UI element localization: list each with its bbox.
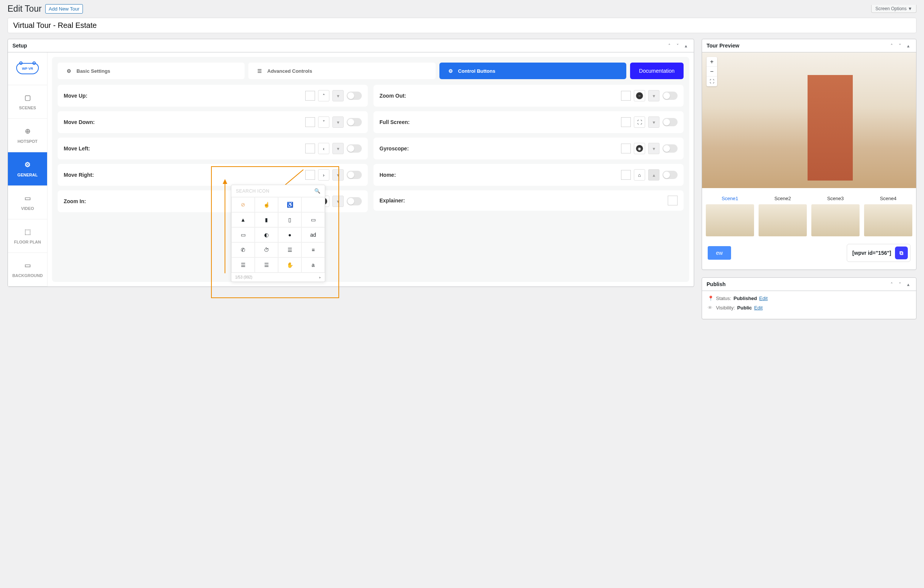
sidebar-tab-scenes[interactable]: ▢ SCENES [8, 85, 47, 119]
icon-option-align-left[interactable]: ☰ [231, 258, 255, 273]
settings-icon: ⚙ [65, 67, 73, 74]
color-picker-explainer[interactable] [668, 196, 678, 205]
list-icon: ☰ [256, 67, 263, 74]
panel-up-icon[interactable]: ˄ [888, 42, 895, 49]
icon-option-align-justify[interactable]: ≡ [302, 242, 325, 258]
toggle-move-up[interactable] [346, 92, 362, 100]
icon-option-accessible[interactable]: ♿ [278, 197, 302, 212]
icon-option-address-book[interactable]: ▮ [255, 212, 278, 227]
icon-option-fingerprint[interactable]: ☝ [255, 197, 278, 212]
panel-down-icon[interactable]: ˅ [896, 281, 903, 287]
fullscreen-icon[interactable]: ⛶ [634, 116, 645, 128]
dropdown-zoom-out[interactable]: ▾ [648, 90, 660, 101]
publish-panel: Publish ˄ ˅ ▴ 📍 Status: Published Edit 👁… [702, 277, 916, 319]
panel-up-icon[interactable]: ˄ [666, 42, 673, 49]
up-arrow-icon[interactable]: ˄ [318, 90, 329, 101]
dropdown-move-up[interactable]: ▾ [332, 90, 344, 101]
sidebar-tab-floorplan[interactable]: ⬚ FLOOR PLAN [8, 220, 47, 253]
down-arrow-icon[interactable]: ˅ [318, 116, 329, 128]
tab-basic-settings[interactable]: ⚙ Basic Settings [58, 63, 244, 79]
toggle-zoom-in[interactable] [346, 197, 362, 205]
scene-thumb-3[interactable]: Scene3 [811, 196, 860, 236]
gyroscope-icon[interactable]: ◉ [634, 143, 645, 154]
icon-option-accusoft[interactable]: ▲ [231, 212, 255, 227]
panel-down-icon[interactable]: ˅ [674, 42, 681, 49]
color-picker-move-down[interactable] [305, 117, 315, 127]
dropdown-zoom-in[interactable]: ▾ [332, 196, 344, 207]
color-picker-move-right[interactable] [305, 170, 315, 180]
edit-status-link[interactable]: Edit [759, 296, 767, 301]
panel-down-icon[interactable]: ˅ [896, 42, 903, 49]
icon-option-id-badge[interactable]: ▭ [231, 227, 255, 242]
toggle-fullscreen[interactable] [662, 118, 678, 126]
edit-visibility-link[interactable]: Edit [754, 305, 762, 311]
panel-up-icon[interactable]: ˄ [888, 281, 895, 287]
icon-option-empty[interactable] [302, 197, 325, 212]
panel-collapse-icon[interactable]: ▴ [905, 281, 912, 287]
sidebar-tab-video[interactable]: ▭ VIDEO [8, 186, 47, 220]
sidebar-tab-background[interactable]: ▭ BACKGROUND [8, 253, 47, 286]
sidebar-tab-hotspot[interactable]: ⊕ HOTSPOT [8, 119, 47, 152]
add-new-tour-button[interactable]: Add New Tour [45, 4, 82, 13]
icon-option-hand[interactable]: ✋ [278, 258, 302, 273]
zoom-in-button[interactable]: + [706, 57, 717, 67]
icon-option-ad[interactable]: ad [302, 227, 325, 242]
home-icon[interactable]: ⌂ [634, 169, 645, 180]
sidebar-tab-general[interactable]: ⚙ GENERAL [8, 152, 47, 186]
label-zoom-in: Zoom In: [64, 198, 86, 204]
color-picker-gyroscope[interactable] [621, 144, 631, 154]
documentation-button[interactable]: Documentation [630, 63, 683, 79]
screen-options-button[interactable]: Screen Options ▼ [871, 5, 916, 13]
tour-preview-viewport[interactable]: + − ⛶ [702, 53, 916, 188]
next-page-icon[interactable]: ▸ [319, 275, 321, 279]
minus-icon[interactable]: − [634, 90, 645, 101]
color-picker-zoom-out[interactable] [621, 91, 631, 101]
icon-option-circle[interactable]: ● [278, 227, 302, 242]
icon-option-address-card[interactable]: ▯ [278, 212, 302, 227]
toggle-zoom-out[interactable] [662, 92, 678, 100]
color-picker-move-left[interactable] [305, 144, 315, 154]
copy-shortcode-button[interactable]: ⧉ [895, 246, 908, 259]
toggle-move-right[interactable] [346, 171, 362, 179]
toggle-move-left[interactable] [346, 144, 362, 153]
tab-advanced-controls[interactable]: ☰ Advanced Controls [248, 63, 435, 79]
dropdown-home[interactable]: ▴ [648, 169, 660, 180]
toggle-gyroscope[interactable] [662, 144, 678, 153]
dropdown-gyroscope[interactable]: ▾ [648, 143, 660, 154]
dropdown-fullscreen[interactable]: ▾ [648, 116, 660, 128]
label-move-right: Move Right: [64, 172, 94, 178]
dropdown-move-right[interactable]: ▾ [332, 169, 344, 180]
icon-search-input[interactable] [236, 188, 314, 194]
scene-thumb-1[interactable]: Scene1 [706, 196, 754, 236]
color-picker-home[interactable] [621, 170, 631, 180]
tour-title-input[interactable] [8, 18, 916, 33]
color-picker-fullscreen[interactable] [621, 117, 631, 127]
toggle-move-down[interactable] [346, 118, 362, 126]
panel-collapse-icon[interactable]: ▴ [905, 42, 912, 49]
copy-icon: ⧉ [899, 250, 903, 256]
icon-option-none[interactable]: ⊘ [231, 197, 255, 212]
icon-option-amazon[interactable]: a [302, 258, 325, 273]
right-arrow-icon[interactable]: › [318, 169, 329, 180]
scene-thumb-4[interactable]: Scene4 [864, 196, 912, 236]
icon-option-stopwatch[interactable]: ⏱ [255, 242, 278, 258]
icon-option-adjust[interactable]: ◐ [255, 227, 278, 242]
label-fullscreen: Full Screen: [380, 119, 409, 125]
panel-collapse-icon[interactable]: ▴ [683, 42, 689, 49]
dropdown-move-left[interactable]: ▾ [332, 143, 344, 154]
toggle-home[interactable] [662, 171, 678, 179]
scene-thumb-2[interactable]: Scene2 [759, 196, 807, 236]
zoom-out-button[interactable]: − [706, 67, 717, 76]
preview-button[interactable]: ew [708, 246, 731, 260]
color-picker-move-up[interactable] [305, 91, 315, 101]
icon-option-phone[interactable]: ✆ [231, 242, 255, 258]
left-arrow-icon[interactable]: ‹ [318, 143, 329, 154]
icon-option-id-card[interactable]: ▭ [302, 212, 325, 227]
icon-option-align-right[interactable]: ☰ [255, 258, 278, 273]
sidebar-tab-logo[interactable]: WP VR [8, 53, 47, 85]
tab-control-buttons[interactable]: ⚙ Control Buttons [439, 63, 626, 79]
label-home: Home: [380, 172, 396, 178]
icon-option-align-center[interactable]: ☰ [278, 242, 302, 258]
fullscreen-button[interactable]: ⛶ [706, 76, 717, 86]
dropdown-move-down[interactable]: ▾ [332, 116, 344, 128]
